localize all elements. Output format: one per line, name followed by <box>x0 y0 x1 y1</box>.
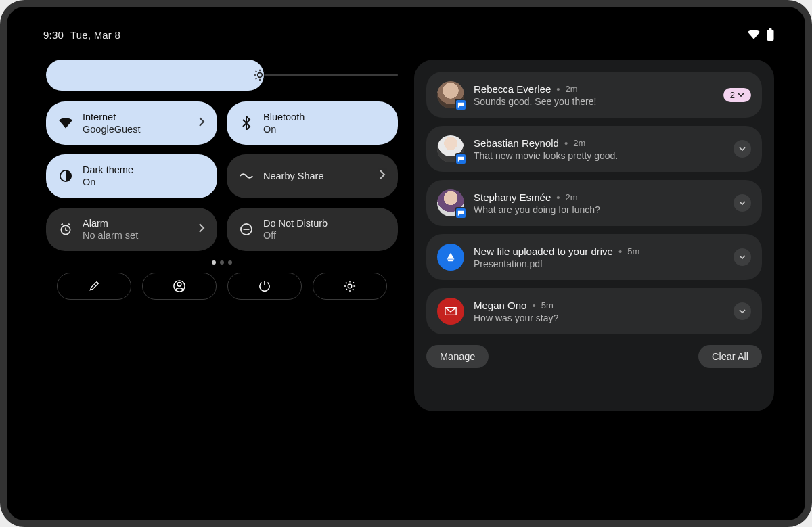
notification-body: That new movie looks pretty good. <box>474 150 618 161</box>
notification-title: Sebastian Reynold <box>474 137 559 149</box>
gear-icon <box>344 280 356 292</box>
status-right <box>748 28 774 41</box>
expand-button[interactable] <box>734 248 751 266</box>
tile-title: Dark theme <box>83 164 133 176</box>
tablet-frame: 9:30 Tue, Mar 8 <box>0 0 812 527</box>
power-icon <box>259 280 270 292</box>
drive-app-icon <box>437 244 464 271</box>
quick-settings: Internet GoogleGuest Bluetooth On <box>46 60 398 489</box>
user-icon <box>173 280 185 292</box>
tile-internet[interactable]: Internet GoogleGuest <box>46 101 217 145</box>
notification-body: How was your stay? <box>474 313 558 323</box>
svg-point-2 <box>257 73 262 78</box>
wifi-icon <box>748 30 760 39</box>
svg-line-10 <box>263 71 264 72</box>
avatar <box>437 135 464 162</box>
notification-item[interactable]: Rebecca Everlee • 2m Sounds good. See yo… <box>426 72 762 118</box>
settings-button[interactable] <box>313 273 387 300</box>
wifi-icon <box>58 118 73 129</box>
status-bar: 9:30 Tue, Mar 8 <box>43 28 774 41</box>
tile-title: Nearby Share <box>263 170 323 182</box>
tile-title: Alarm <box>83 217 138 229</box>
expand-button[interactable] <box>734 194 751 212</box>
pager-dot[interactable] <box>220 260 224 265</box>
power-button[interactable] <box>227 273 302 300</box>
contrast-icon <box>58 170 73 182</box>
user-button[interactable] <box>142 273 217 300</box>
pager-dot[interactable] <box>228 260 232 265</box>
tile-bluetooth[interactable]: Bluetooth On <box>227 101 398 145</box>
manage-button[interactable]: Manage <box>426 345 489 368</box>
chevron-right-icon <box>198 223 205 235</box>
tile-dark-theme[interactable]: Dark theme On <box>46 154 217 198</box>
notification-item[interactable]: Megan Ono • 5m How was your stay? <box>426 288 762 334</box>
expand-button[interactable] <box>734 302 751 320</box>
clock: 9:30 <box>43 29 64 41</box>
notification-item[interactable]: New file uploaded to your drive • 5m Pre… <box>426 234 762 280</box>
notification-item[interactable]: Stephany Esmée • 2m What are you doing f… <box>426 180 762 226</box>
tile-sub: On <box>263 123 304 135</box>
svg-rect-1 <box>769 28 772 30</box>
tile-alarm[interactable]: Alarm No alarm set <box>46 208 217 251</box>
edit-button[interactable] <box>57 273 131 300</box>
bluetooth-icon <box>239 116 254 130</box>
nearby-share-icon <box>239 171 254 181</box>
notification-item[interactable]: Sebastian Reynold • 2m That new movie lo… <box>426 126 762 172</box>
svg-rect-0 <box>767 30 774 41</box>
tile-title: Bluetooth <box>263 111 304 123</box>
tile-sub: No alarm set <box>83 229 138 242</box>
tile-sub: GoogleGuest <box>83 123 140 135</box>
messages-app-badge-icon <box>455 153 467 165</box>
svg-line-8 <box>263 78 264 80</box>
notification-time: 2m <box>573 138 585 148</box>
gmail-app-icon <box>437 298 464 325</box>
svg-point-17 <box>348 284 351 288</box>
notification-title: Stephany Esmée <box>474 191 551 203</box>
notification-time: 5m <box>541 300 554 311</box>
battery-icon <box>767 28 774 41</box>
screen: 9:30 Tue, Mar 8 <box>22 22 790 505</box>
notification-title: Megan Ono <box>474 300 526 311</box>
messages-app-badge-icon <box>455 207 467 219</box>
notification-body: What are you doing for lunch? <box>474 204 600 215</box>
avatar <box>437 81 464 108</box>
clear-all-button[interactable]: Clear All <box>698 345 762 368</box>
tile-nearby-share[interactable]: Nearby Share <box>227 154 398 198</box>
notifications-column: Rebecca Everlee • 2m Sounds good. See yo… <box>414 60 774 489</box>
svg-line-7 <box>255 71 256 72</box>
dnd-icon <box>239 223 254 235</box>
notification-panel: Rebecca Everlee • 2m Sounds good. See yo… <box>414 60 774 411</box>
messages-app-badge-icon <box>455 99 467 111</box>
date: Tue, Mar 8 <box>70 29 120 41</box>
brightness-fill <box>46 60 264 91</box>
status-left: 9:30 Tue, Mar 8 <box>43 29 120 41</box>
notification-body: Presentation.pdf <box>474 258 639 269</box>
pager-dot[interactable] <box>212 260 216 265</box>
chevron-right-icon <box>379 170 386 182</box>
panel-footer: Manage Clear All <box>426 345 762 368</box>
svg-line-9 <box>255 78 256 80</box>
tile-dnd[interactable]: Do Not Disturb Off <box>227 208 398 251</box>
notification-title: Rebecca Everlee <box>474 83 551 95</box>
expand-button[interactable] <box>734 140 751 158</box>
brightness-icon <box>250 66 269 85</box>
notification-time: 2m <box>566 84 578 94</box>
qs-tiles: Internet GoogleGuest Bluetooth On <box>46 101 398 251</box>
tile-title: Do Not Disturb <box>263 217 328 229</box>
brightness-slider[interactable] <box>46 60 398 91</box>
qs-actions <box>46 273 398 300</box>
alarm-icon <box>58 223 73 236</box>
pencil-icon <box>89 281 99 292</box>
notification-time: 5m <box>627 246 639 256</box>
avatar <box>437 189 464 216</box>
tile-sub: On <box>83 176 133 188</box>
pager <box>46 260 398 265</box>
tile-sub: Off <box>263 229 328 242</box>
tile-title: Internet <box>83 111 140 123</box>
notification-title: New file uploaded to your drive <box>474 246 613 257</box>
notification-time: 2m <box>566 192 578 202</box>
svg-point-15 <box>177 282 181 286</box>
notification-count-badge[interactable]: 2 <box>723 88 751 102</box>
chevron-right-icon <box>198 117 205 129</box>
notification-body: Sounds good. See you there! <box>474 96 596 107</box>
